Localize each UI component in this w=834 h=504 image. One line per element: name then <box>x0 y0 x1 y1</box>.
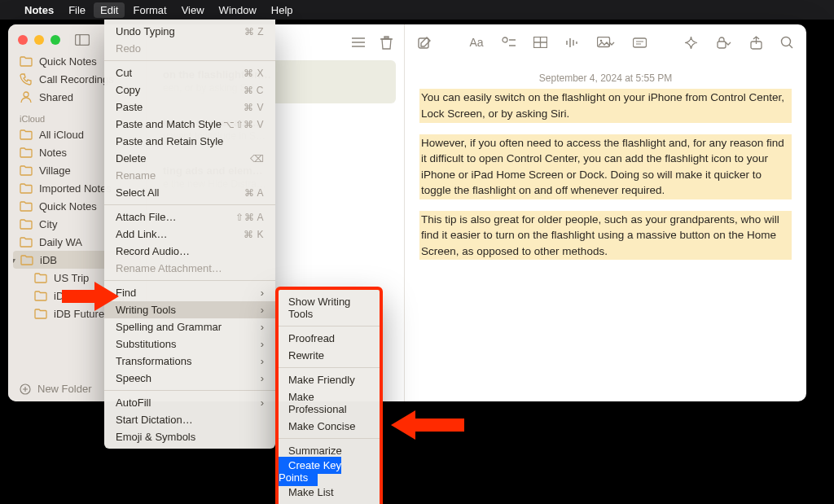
menu-item-label: Paste and Match Style <box>116 118 222 130</box>
submenu-item-label: Make Friendly <box>288 374 355 386</box>
menu-item-label: Attach File… <box>116 211 176 223</box>
menu-item-paste[interactable]: Paste⌘ V <box>104 99 275 116</box>
menu-item-paste-and-match-style[interactable]: Paste and Match Style⌥⇧⌘ V <box>104 116 275 133</box>
menu-item-writing-tools[interactable]: Writing Tools› <box>104 301 275 318</box>
menubar-format[interactable]: Format <box>133 4 166 16</box>
svg-point-11 <box>503 37 507 42</box>
menu-item-find[interactable]: Find› <box>104 284 275 301</box>
lock-icon[interactable] <box>716 36 732 50</box>
menubar-file[interactable]: File <box>68 4 86 16</box>
submenu-item-make-list[interactable]: Make List <box>279 484 380 501</box>
share-icon[interactable] <box>750 36 762 50</box>
list-view-icon[interactable] <box>351 37 366 48</box>
menu-item-record-audio[interactable]: Record Audio… <box>104 243 275 260</box>
menu-shortcut: ⌘ Z <box>244 26 264 37</box>
menu-shortcut: ⌘ V <box>244 102 264 113</box>
compose-icon[interactable] <box>418 36 432 50</box>
sidebar-item-label: Village <box>39 164 71 177</box>
sidebar-item-label: US Trip <box>54 272 89 284</box>
menu-shortcut: ⇧⌘ A <box>235 212 264 223</box>
menu-item-copy[interactable]: Copy⌘ C <box>104 81 275 99</box>
svg-rect-23 <box>633 38 646 47</box>
trash-icon[interactable] <box>380 36 393 50</box>
menubar-view[interactable]: View <box>182 4 204 16</box>
menu-item-substitutions[interactable]: Substitutions› <box>104 335 275 353</box>
media-icon[interactable] <box>597 37 615 49</box>
menu-shortcut: ⌥⇧⌘ V <box>223 119 264 130</box>
menubar-app[interactable]: Notes <box>24 4 54 16</box>
menu-item-label: Spelling and Grammar <box>116 321 222 333</box>
menu-item-delete[interactable]: Delete⌫ <box>104 150 275 167</box>
submenu-item-label: Create Key Points <box>279 459 341 484</box>
menu-separator <box>104 60 275 61</box>
menu-separator <box>104 280 275 281</box>
sidebar-item-label: Quick Notes <box>39 55 97 68</box>
writing-tools-submenu: Show Writing ToolsProofreadRewriteMake F… <box>275 287 383 504</box>
submenu-item-label: Make Concise <box>288 420 355 432</box>
chevron-right-icon: › <box>261 304 264 316</box>
menu-item-label: Undo Typing <box>116 25 175 37</box>
submenu-item-rewrite[interactable]: Rewrite <box>279 347 380 364</box>
menu-item-undo-typing[interactable]: Undo Typing⌘ Z <box>104 23 275 40</box>
chevron-right-icon: › <box>261 321 264 333</box>
menu-item-transformations[interactable]: Transformations› <box>104 353 275 370</box>
zoom-window-button[interactable] <box>50 35 60 45</box>
submenu-item-make-concise[interactable]: Make Concise <box>279 418 380 435</box>
menubar-window[interactable]: Window <box>219 4 257 16</box>
menu-item-label: Cut <box>116 67 132 79</box>
checklist-icon[interactable] <box>502 37 516 49</box>
editor-body[interactable]: September 4, 2024 at 5:55 PM You can eas… <box>405 60 806 401</box>
note-paragraph: This tip is also great for older people,… <box>419 211 792 261</box>
menu-item-start-dictation[interactable]: Start Dictation… <box>104 411 275 428</box>
menubar-edit[interactable]: Edit <box>94 2 125 18</box>
submenu-item-make-table[interactable]: Make Table <box>279 501 380 504</box>
menubar: Notes File Edit Format View Window Help <box>0 0 834 20</box>
menu-separator <box>104 204 275 205</box>
menu-item-paste-and-retain-style[interactable]: Paste and Retain Style <box>104 133 275 150</box>
chevron-right-icon: › <box>261 287 264 299</box>
menu-separator <box>279 326 380 327</box>
menu-shortcut: ⌫ <box>250 153 265 164</box>
close-window-button[interactable] <box>18 35 28 45</box>
submenu-item-make-friendly[interactable]: Make Friendly <box>279 371 380 388</box>
submenu-item-show-writing-tools[interactable]: Show Writing Tools <box>279 293 380 322</box>
svg-point-28 <box>782 37 791 46</box>
menu-item-speech[interactable]: Speech› <box>104 370 275 387</box>
audio-icon[interactable] <box>565 37 579 49</box>
submenu-item-create-key-points[interactable]: Create Key Points <box>279 457 341 486</box>
menu-item-label: Substitutions <box>116 338 176 350</box>
search-icon[interactable] <box>780 36 793 49</box>
menu-item-attach-file[interactable]: Attach File…⇧⌘ A <box>104 208 275 226</box>
menu-item-label: Emoji & Symbols <box>116 431 195 443</box>
sidebar-toggle-icon[interactable] <box>75 34 90 46</box>
submenu-item-label: Make Professional <box>288 391 347 415</box>
intelligence-icon[interactable] <box>684 36 698 50</box>
menu-item-add-link[interactable]: Add Link…⌘ K <box>104 226 275 243</box>
submenu-item-proofread[interactable]: Proofread <box>279 330 380 347</box>
menu-item-cut[interactable]: Cut⌘ X <box>104 64 275 81</box>
submenu-item-make-professional[interactable]: Make Professional <box>279 388 380 418</box>
menu-item-select-all[interactable]: Select All⌘ A <box>104 184 275 201</box>
sidebar-item-label: Call Recordings <box>39 73 114 85</box>
chevron-right-icon: › <box>261 372 264 384</box>
menu-item-label: Transformations <box>116 355 191 367</box>
format-icon[interactable]: Aa <box>469 36 483 49</box>
menu-item-label: Record Audio… <box>116 245 190 257</box>
menu-item-label: Find <box>116 287 136 299</box>
link-icon[interactable] <box>633 37 647 49</box>
sidebar-item-label: City <box>39 218 57 230</box>
editor: Aa September 4, 2024 at 5:55 PM You can … <box>405 24 806 401</box>
minimize-window-button[interactable] <box>34 35 44 45</box>
menu-item-spelling-and-grammar[interactable]: Spelling and Grammar› <box>104 318 275 335</box>
menu-shortcut: ⌘ A <box>244 187 264 199</box>
menu-item-emoji-symbols[interactable]: Emoji & Symbols <box>104 428 275 445</box>
editor-toolbar: Aa <box>405 24 806 60</box>
svg-point-2 <box>24 92 29 97</box>
menubar-help[interactable]: Help <box>271 4 293 16</box>
menu-shortcut: ⌘ C <box>244 85 265 96</box>
menu-item-autofill[interactable]: AutoFill› <box>104 394 275 411</box>
submenu-item-label: Rewrite <box>288 349 324 362</box>
menu-item-redo: Redo <box>104 40 275 57</box>
svg-line-29 <box>789 45 792 48</box>
table-icon[interactable] <box>533 37 547 48</box>
